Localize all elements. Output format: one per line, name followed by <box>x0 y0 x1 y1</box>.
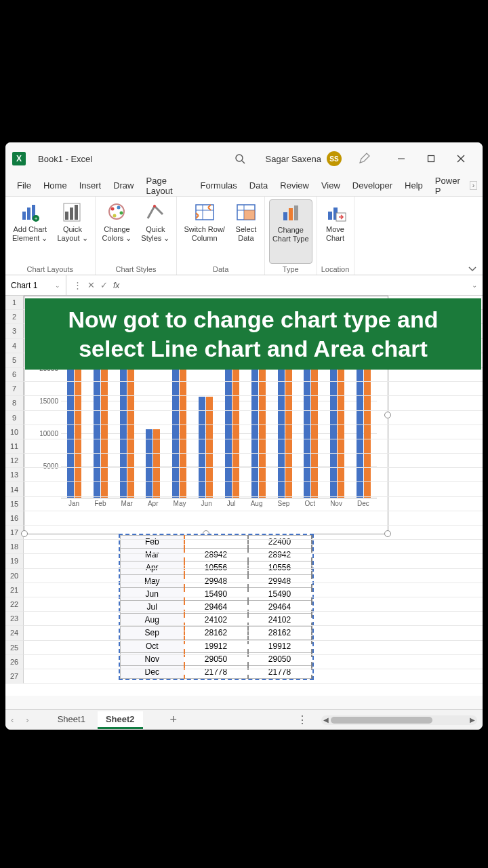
row-header[interactable]: 4 <box>5 339 24 353</box>
row-header[interactable]: 11 <box>5 439 24 454</box>
ribbon-label: Move Chart <box>326 225 344 243</box>
ribbon-quick-styles-button[interactable]: Quick Styles ⌄ <box>138 199 172 264</box>
add-sheet-button[interactable]: + <box>170 713 178 727</box>
svg-rect-27 <box>244 210 255 220</box>
row-header[interactable]: 22 <box>5 597 24 612</box>
tab-view[interactable]: View <box>315 175 346 197</box>
svg-rect-3 <box>428 156 434 162</box>
svg-rect-28 <box>283 212 287 220</box>
collapse-ribbon-icon[interactable] <box>468 265 477 272</box>
row-header[interactable]: 19 <box>5 554 24 568</box>
tab-overflow-icon[interactable]: › <box>470 181 477 190</box>
tab-developer[interactable]: Developer <box>346 175 399 197</box>
tab-formulas[interactable]: Formulas <box>195 175 243 197</box>
row-header[interactable]: 1 <box>5 296 24 310</box>
row-header[interactable]: 5 <box>5 353 24 368</box>
scrollbar-thumb[interactable] <box>331 717 432 724</box>
row-header[interactable]: 18 <box>5 540 24 554</box>
user-name: Sagar Saxena <box>266 154 321 164</box>
more-options-icon[interactable]: ⋮ <box>297 713 308 726</box>
ribbon-icon: + <box>18 201 41 224</box>
row-header[interactable]: 3 <box>5 324 24 338</box>
row-header[interactable]: 25 <box>5 641 24 655</box>
ribbon-select-data-button[interactable]: Select Data <box>232 199 260 264</box>
row-header[interactable]: 27 <box>5 669 24 684</box>
ribbon-icon <box>144 201 167 224</box>
row-header[interactable]: 21 <box>5 583 24 597</box>
enter-icon[interactable]: ✓ <box>100 280 108 290</box>
cancel-icon[interactable]: ✕ <box>87 280 95 290</box>
svg-rect-21 <box>196 205 214 220</box>
tab-review[interactable]: Review <box>274 175 315 197</box>
prev-sheet-icon[interactable]: ‹ <box>11 715 14 725</box>
scroll-right-icon[interactable]: ▶ <box>468 716 477 724</box>
ribbon-group-label: Location <box>321 265 350 273</box>
row-header[interactable]: 15 <box>5 497 24 511</box>
row-header[interactable]: 20 <box>5 569 24 583</box>
more-icon[interactable]: ⋮ <box>73 280 82 290</box>
excel-window: X Book1 - Excel Sagar Saxena SS File Hom… <box>5 142 483 730</box>
ribbon-group-label: Chart Styles <box>115 265 156 273</box>
ribbon-tabs: File Home Insert Draw Page Layout Formul… <box>5 175 483 197</box>
tab-home[interactable]: Home <box>37 175 73 197</box>
ribbon-label: Change Chart Type <box>272 226 309 243</box>
search-icon[interactable] <box>235 153 245 164</box>
tab-page-layout[interactable]: Page Layout <box>140 175 195 197</box>
ribbon-label: Change Colors ⌄ <box>102 225 132 243</box>
formula-input[interactable] <box>126 275 466 295</box>
maximize-button[interactable] <box>416 145 446 172</box>
ribbon-add-chart-element-button[interactable]: +Add Chart Element ⌄ <box>9 199 50 264</box>
expand-formula-icon[interactable]: ⌄ <box>466 281 483 289</box>
pen-icon[interactable] <box>358 153 370 165</box>
window-title: Book1 - Excel <box>38 154 92 164</box>
row-header[interactable]: 26 <box>5 655 24 669</box>
ribbon-group-label: Data <box>213 265 228 273</box>
row-header[interactable]: 7 <box>5 382 24 396</box>
row-header[interactable]: 12 <box>5 454 24 468</box>
close-button[interactable] <box>446 145 476 172</box>
row-header[interactable]: 16 <box>5 511 24 526</box>
ribbon-quick-layout-button[interactable]: Quick Layout ⌄ <box>54 199 90 264</box>
ribbon-switch-row-column-button[interactable]: Switch Row/ Column <box>181 199 228 264</box>
ribbon-label: Quick Layout ⌄ <box>57 225 87 243</box>
row-header[interactable]: 8 <box>5 396 24 410</box>
svg-rect-12 <box>70 208 73 220</box>
row-header[interactable]: 23 <box>5 612 24 626</box>
ribbon-group-label: Type <box>283 265 299 273</box>
row-header[interactable]: 6 <box>5 368 24 382</box>
next-sheet-icon[interactable]: › <box>26 715 28 725</box>
tab-help[interactable]: Help <box>399 175 429 197</box>
row-header[interactable]: 13 <box>5 468 24 482</box>
fx-icon[interactable]: fx <box>113 281 119 290</box>
scroll-left-icon[interactable]: ◀ <box>321 716 331 724</box>
minimize-button[interactable] <box>386 145 416 172</box>
svg-point-0 <box>236 155 243 161</box>
ribbon-label: Quick Styles ⌄ <box>141 225 169 243</box>
row-header[interactable]: 24 <box>5 626 24 640</box>
sheet-tab-1[interactable]: Sheet1 <box>49 711 94 729</box>
name-box[interactable]: Chart 1 ⌄ <box>5 275 66 295</box>
row-header[interactable]: 14 <box>5 482 24 496</box>
worksheet[interactable]: 1234567891011121314151617181920212223242… <box>5 296 483 696</box>
formula-bar: Chart 1 ⌄ ⋮ ✕ ✓ fx ⌄ <box>5 275 483 296</box>
tab-power[interactable]: Power P <box>429 175 470 197</box>
row-header[interactable]: 9 <box>5 411 24 425</box>
ribbon-change-colors-button[interactable]: Change Colors ⌄ <box>100 199 135 264</box>
tab-draw[interactable]: Draw <box>107 175 140 197</box>
row-header[interactable]: 2 <box>5 310 24 324</box>
avatar[interactable]: SS <box>327 151 342 166</box>
ribbon-icon <box>324 201 347 224</box>
chevron-down-icon[interactable]: ⌄ <box>55 282 60 289</box>
titlebar: X Book1 - Excel Sagar Saxena SS <box>5 142 483 175</box>
svg-point-18 <box>120 212 123 215</box>
svg-line-1 <box>242 161 245 163</box>
tab-file[interactable]: File <box>11 175 37 197</box>
ribbon-change-chart-type-button[interactable]: Change Chart Type <box>269 199 312 264</box>
svg-rect-11 <box>65 212 68 220</box>
row-header[interactable]: 10 <box>5 425 24 439</box>
tab-insert[interactable]: Insert <box>73 175 108 197</box>
ribbon-move-chart-button[interactable]: Move Chart <box>321 199 350 264</box>
horizontal-scrollbar[interactable]: ◀ ▶ <box>321 715 477 725</box>
tab-data[interactable]: Data <box>243 175 274 197</box>
sheet-tab-2[interactable]: Sheet2 <box>98 711 143 729</box>
